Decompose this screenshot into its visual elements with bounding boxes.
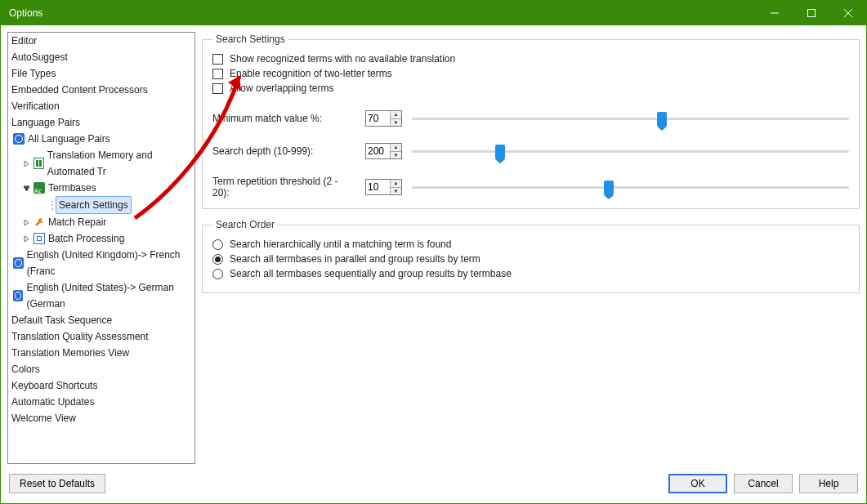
tree-label: Batch Processing	[48, 230, 124, 247]
tree-label-selected: Search Settings	[56, 196, 132, 214]
repetition-input[interactable]	[366, 180, 390, 194]
depth-slider[interactable]	[412, 150, 849, 153]
radio-label: Search hierarchically until a matching t…	[230, 239, 451, 250]
expander-collapsed-icon[interactable]	[23, 219, 30, 226]
checkbox-label: Show recognized terms with no available …	[230, 53, 455, 65]
tree-label: Match Repair	[48, 214, 106, 230]
depth-row: Search depth (10-999): ▲ ▼	[212, 143, 849, 159]
radio[interactable]	[212, 254, 223, 265]
tm-icon	[34, 158, 44, 169]
radio-label: Search all termbases sequentially and gr…	[230, 268, 512, 279]
help-button[interactable]: Help	[799, 474, 858, 493]
titlebar: Options	[1, 1, 866, 25]
depth-input[interactable]	[366, 144, 390, 158]
termbase-icon	[34, 182, 45, 194]
radio-row-parallel[interactable]: Search all termbases in parallel and gro…	[212, 253, 849, 265]
slider-thumb[interactable]	[657, 112, 667, 127]
tree-item-batch-processing[interactable]: Batch Processing	[8, 230, 194, 247]
checkbox-row-two-letter[interactable]: Enable recognition of two-letter terms	[212, 68, 849, 79]
batch-icon	[34, 233, 45, 244]
tree-item-termbases[interactable]: Termbases	[8, 180, 194, 196]
maximize-button[interactable]	[793, 1, 829, 25]
radio-row-hierarchical[interactable]: Search hierarchically until a matching t…	[212, 239, 849, 250]
tree-item-tm-view[interactable]: Translation Memories View	[8, 345, 194, 361]
tree-item-filetypes[interactable]: File Types	[8, 65, 194, 82]
options-tree[interactable]: Editor AutoSuggest File Types Embedded C…	[7, 32, 195, 464]
slider-thumb[interactable]	[495, 145, 505, 159]
cancel-button[interactable]: Cancel	[734, 474, 793, 493]
expander-collapsed-icon[interactable]	[23, 235, 30, 243]
svg-rect-1	[807, 10, 815, 17]
content-panel: Search Settings Show recognized terms wi…	[202, 32, 860, 464]
tree-item-autosuggest[interactable]: AutoSuggest	[8, 49, 194, 65]
tree-item-tqa[interactable]: Translation Quality Assessment	[8, 328, 194, 345]
checkbox[interactable]	[212, 54, 223, 65]
tree-connector: ⋮	[47, 197, 52, 213]
tree-item-all-language-pairs[interactable]: All Language Pairs	[8, 131, 194, 147]
min-match-slider[interactable]	[412, 118, 849, 120]
spin-up-icon[interactable]: ▲	[391, 180, 401, 188]
min-match-label: Minimum match value %:	[212, 113, 355, 124]
radio[interactable]	[212, 239, 223, 250]
dialog-footer: Reset to Defaults OK Cancel Help	[1, 471, 866, 503]
spin-down-icon[interactable]: ▼	[391, 188, 401, 195]
checkbox-label: Allow overlapping terms	[230, 83, 333, 94]
checkbox-row-overlapping[interactable]: Allow overlapping terms	[212, 83, 849, 94]
checkbox-row-show-terms[interactable]: Show recognized terms with no available …	[212, 53, 849, 65]
tree-item-embedded[interactable]: Embedded Content Processors	[8, 82, 194, 98]
depth-label: Search depth (10-999):	[212, 145, 355, 157]
tree-label: All Language Pairs	[28, 131, 110, 147]
search-order-group: Search Order Search hierarchically until…	[202, 219, 860, 293]
depth-spinner[interactable]: ▲ ▼	[365, 143, 402, 159]
globe-icon	[13, 290, 23, 301]
window-title: Options	[9, 7, 42, 19]
repetition-row: Term repetition threshold (2 - 20): ▲ ▼	[212, 176, 849, 198]
ok-button[interactable]: OK	[668, 474, 727, 493]
reset-defaults-button[interactable]: Reset to Defaults	[9, 474, 105, 493]
repetition-spinner[interactable]: ▲ ▼	[365, 179, 402, 195]
wrench-icon	[34, 216, 45, 228]
repetition-label: Term repetition threshold (2 - 20):	[212, 176, 355, 198]
checkbox-label: Enable recognition of two-letter terms	[230, 68, 392, 79]
tree-item-default-task[interactable]: Default Task Sequence	[8, 312, 194, 328]
min-match-input[interactable]	[366, 111, 390, 126]
expander-expanded-icon[interactable]	[23, 185, 30, 192]
tree-item-lang-en-gb-fr[interactable]: English (United Kingdom)-> French (Franc	[8, 247, 194, 279]
group-legend: Search Order	[212, 219, 278, 230]
tree-label: Translation Memory and Automated Tr	[47, 147, 194, 180]
tree-item-match-repair[interactable]: Match Repair	[8, 214, 194, 230]
window-controls	[756, 1, 866, 25]
tree-item-editor[interactable]: Editor	[8, 33, 194, 49]
spin-down-icon[interactable]: ▼	[391, 119, 401, 127]
slider-thumb[interactable]	[604, 181, 614, 195]
checkbox[interactable]	[212, 83, 223, 94]
tree-item-welcome[interactable]: Welcome View	[8, 410, 194, 426]
tree-item-updates[interactable]: Automatic Updates	[8, 394, 194, 410]
expander-collapsed-icon[interactable]	[23, 160, 30, 167]
options-window: Options Editor AutoSuggest File Types Em…	[0, 0, 867, 504]
tree-item-lang-en-us-de[interactable]: English (United States)-> German (German	[8, 279, 194, 312]
min-match-spinner[interactable]: ▲ ▼	[365, 110, 402, 127]
tree-item-shortcuts[interactable]: Keyboard Shortcuts	[8, 377, 194, 394]
tree-label: English (United States)-> German (German	[26, 279, 194, 312]
search-settings-group: Search Settings Show recognized terms wi…	[202, 33, 860, 209]
globe-icon	[13, 257, 24, 269]
group-legend: Search Settings	[212, 33, 288, 45]
tree-item-translation-memory[interactable]: Translation Memory and Automated Tr	[8, 147, 194, 180]
spin-down-icon[interactable]: ▼	[391, 152, 401, 159]
tree-item-colors[interactable]: Colors	[8, 361, 194, 377]
repetition-slider[interactable]	[412, 186, 849, 189]
radio-label: Search all termbases in parallel and gro…	[230, 253, 480, 265]
close-button[interactable]	[829, 1, 866, 25]
tree-label: English (United Kingdom)-> French (Franc	[27, 247, 194, 279]
globe-icon	[13, 133, 25, 145]
tree-item-languagepairs[interactable]: Language Pairs	[8, 114, 194, 131]
radio[interactable]	[212, 269, 223, 279]
spin-up-icon[interactable]: ▲	[391, 111, 401, 119]
min-match-row: Minimum match value %: ▲ ▼	[212, 110, 849, 127]
spin-up-icon[interactable]: ▲	[391, 144, 401, 152]
tree-item-verification[interactable]: Verification	[8, 98, 194, 114]
checkbox[interactable]	[212, 69, 223, 79]
radio-row-sequential[interactable]: Search all termbases sequentially and gr…	[212, 268, 849, 279]
minimize-button[interactable]	[756, 1, 793, 25]
